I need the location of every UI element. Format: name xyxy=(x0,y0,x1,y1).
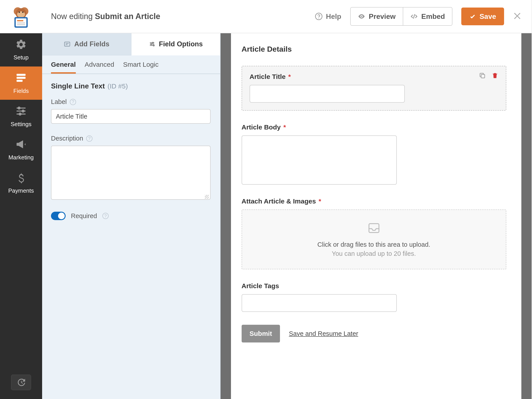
field-type: Single Line Text xyxy=(51,82,105,90)
field-attach[interactable]: Attach Article & Images* Click or drag f… xyxy=(242,197,506,269)
svg-rect-9 xyxy=(17,22,25,24)
svg-point-3 xyxy=(17,11,25,18)
save-button[interactable]: Save xyxy=(461,7,504,25)
upload-dropzone[interactable]: Click or drag files to this area to uplo… xyxy=(242,209,506,269)
nav-label: Setup xyxy=(13,54,29,61)
nav-settings[interactable]: Settings xyxy=(0,100,42,133)
nav-setup[interactable]: Setup xyxy=(0,33,42,66)
help-icon[interactable]: ? xyxy=(102,213,109,219)
gear-icon xyxy=(15,39,27,52)
row-label: Label ? xyxy=(51,98,211,124)
svg-point-4 xyxy=(19,12,20,13)
nav-fields[interactable]: Fields xyxy=(0,66,42,100)
svg-rect-8 xyxy=(17,20,23,21)
svg-rect-22 xyxy=(64,42,70,46)
svg-point-24 xyxy=(151,44,152,45)
duplicate-button[interactable] xyxy=(479,72,486,80)
help-icon[interactable]: ? xyxy=(70,99,76,105)
preview-button[interactable]: Preview xyxy=(351,7,403,25)
nav-label: Fields xyxy=(13,88,29,95)
field-label: Article Body* xyxy=(242,123,506,131)
help-icon[interactable]: ? xyxy=(86,135,92,142)
wpforms-logo-icon xyxy=(10,6,32,28)
svg-point-15 xyxy=(18,107,21,110)
text-input-preview[interactable] xyxy=(250,85,405,103)
save-resume-link[interactable]: Save and Resume Later xyxy=(289,330,358,337)
field-label: Article Title* xyxy=(250,73,498,81)
required-mark: * xyxy=(283,123,286,131)
tab-label: Field Options xyxy=(159,40,203,48)
svg-rect-13 xyxy=(17,80,23,82)
field-tags[interactable]: Article Tags xyxy=(242,282,506,312)
svg-point-25 xyxy=(153,45,154,46)
label-input[interactable] xyxy=(51,109,211,124)
text-input-preview[interactable] xyxy=(242,294,397,312)
nav-label: Marketing xyxy=(8,154,34,161)
textarea-preview[interactable] xyxy=(242,135,397,185)
close-icon xyxy=(513,11,523,21)
svg-point-5 xyxy=(22,12,24,13)
save-label: Save xyxy=(480,13,496,21)
panel-tabs: Add Fields Field Options xyxy=(42,33,220,55)
nav-label: Settings xyxy=(11,121,32,128)
upload-secondary-text: You can upload up to 20 files. xyxy=(332,250,416,257)
row-description: Description ? xyxy=(51,135,211,201)
field-article-body[interactable]: Article Body* xyxy=(242,123,506,185)
submit-row: Submit Save and Resume Later xyxy=(242,325,506,342)
close-button[interactable] xyxy=(513,11,523,22)
form-preview: Article Details Article Title* xyxy=(231,33,521,399)
required-toggle[interactable] xyxy=(51,212,66,220)
dollar-icon xyxy=(16,171,26,185)
panel-body: Single Line Text (ID #5) Label ? Descrip… xyxy=(42,74,220,228)
help-link[interactable]: Help xyxy=(315,13,341,21)
delete-button[interactable] xyxy=(492,72,498,80)
submit-button[interactable]: Submit xyxy=(242,325,280,342)
inbox-icon xyxy=(366,222,382,235)
svg-point-20 xyxy=(316,13,322,20)
sliders-icon xyxy=(15,105,27,119)
trash-icon xyxy=(492,72,498,79)
svg-rect-26 xyxy=(481,75,485,78)
editing-prefix: Now editing xyxy=(51,12,95,21)
embed-label: Embed xyxy=(421,13,445,21)
tab-add-fields[interactable]: Add Fields xyxy=(42,33,132,55)
embed-button[interactable]: Embed xyxy=(403,7,452,25)
label-label: Label ? xyxy=(51,98,211,106)
row-required: Required ? xyxy=(51,212,211,220)
body: Add Fields Field Options General Advance… xyxy=(42,33,532,399)
required-mark: * xyxy=(288,73,291,81)
sliders-icon xyxy=(149,41,155,47)
svg-point-17 xyxy=(21,109,25,113)
svg-rect-10 xyxy=(17,24,25,25)
required-label: Required xyxy=(71,212,97,220)
description-label: Description ? xyxy=(51,135,211,142)
help-icon xyxy=(315,13,323,20)
subtab-smart-logic[interactable]: Smart Logic xyxy=(123,61,158,74)
copy-icon xyxy=(479,72,486,79)
section-title: Article Details xyxy=(242,45,506,53)
check-icon xyxy=(469,13,476,20)
subtabs: General Advanced Smart Logic xyxy=(42,55,220,74)
app-logo xyxy=(0,0,42,33)
history-icon xyxy=(16,378,26,387)
tab-field-options[interactable]: Field Options xyxy=(132,33,220,55)
nav-marketing[interactable]: Marketing xyxy=(0,133,42,166)
eye-icon xyxy=(358,13,365,20)
field-panel: Add Fields Field Options General Advance… xyxy=(42,33,221,399)
svg-point-21 xyxy=(318,18,319,19)
nav-payments[interactable]: Payments xyxy=(0,166,42,200)
subtab-general[interactable]: General xyxy=(51,61,76,74)
canvas-wrap: Article Details Article Title* xyxy=(221,33,532,399)
code-icon xyxy=(410,13,418,20)
field-actions xyxy=(479,72,498,80)
field-article-title[interactable]: Article Title* xyxy=(242,66,506,111)
svg-rect-11 xyxy=(17,74,26,76)
main: Now editing Submit an Article Help Previ… xyxy=(42,0,532,399)
form-icon xyxy=(15,72,27,85)
field-heading: Single Line Text (ID #5) xyxy=(51,82,211,90)
page-title: Now editing Submit an Article xyxy=(51,12,160,21)
svg-point-23 xyxy=(152,42,153,43)
description-input[interactable] xyxy=(51,146,211,200)
revisions-button[interactable] xyxy=(11,375,31,390)
subtab-advanced[interactable]: Advanced xyxy=(85,61,114,74)
